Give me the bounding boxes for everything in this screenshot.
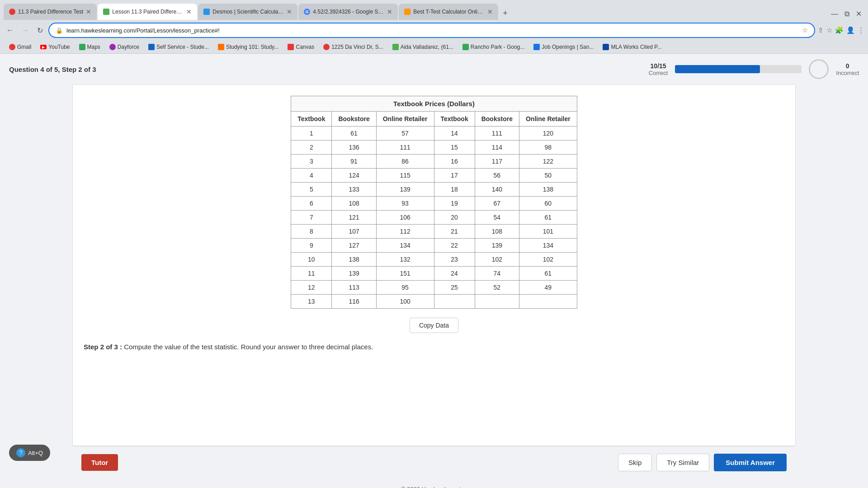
cell-11-0: 12 — [291, 281, 332, 295]
bookmark-youtube[interactable]: ▶ YouTube — [37, 42, 73, 52]
tab-1[interactable]: 11.3 Paired Difference Test ✕ — [4, 4, 97, 20]
bookmark-gmail[interactable]: Gmail — [5, 42, 35, 52]
cell-11-1: 113 — [332, 281, 376, 295]
tab2-favicon — [103, 9, 109, 15]
cell-8-4: 139 — [475, 239, 519, 253]
cell-5-3: 19 — [434, 197, 475, 211]
step-text: Compute the value of the test statistic.… — [124, 343, 373, 351]
bookmark-jobs-label: Job Openings | San... — [542, 44, 594, 50]
cell-2-2: 86 — [376, 155, 434, 169]
progress-section: 10/15 Correct 0 Incorrect — [649, 59, 859, 79]
cell-10-5: 61 — [519, 267, 577, 281]
bookmark-rancho[interactable]: Rancho Park - Goog... — [459, 42, 528, 52]
tab-5[interactable]: Best T-Test Calculator Online (E... ✕ — [399, 4, 498, 20]
extensions-button[interactable]: 🧩 — [835, 26, 844, 34]
jobs-icon — [533, 44, 540, 50]
minimize-button[interactable]: — — [828, 8, 841, 20]
cell-2-0: 3 — [291, 155, 332, 169]
bookmark-dayforce[interactable]: Dayforce — [106, 42, 143, 52]
reload-button[interactable]: ↻ — [34, 24, 46, 37]
table-row: 11139151247461 — [291, 267, 577, 281]
cell-9-4: 102 — [475, 253, 519, 267]
bookmark-gmail-label: Gmail — [17, 44, 31, 50]
help-icon: ? — [16, 448, 25, 457]
floating-help-label: Alt+Q — [28, 450, 43, 456]
tab-2[interactable]: Lesson 11.3 Paired Difference T... ✕ — [98, 4, 197, 20]
tab1-label: 11.3 Paired Difference Test — [18, 9, 83, 15]
cell-0-5: 120 — [519, 127, 577, 141]
cell-1-0: 2 — [291, 141, 332, 155]
try-similar-button[interactable]: Try Similar — [656, 454, 709, 471]
tab2-close[interactable]: ✕ — [186, 8, 192, 15]
tab5-close[interactable]: ✕ — [487, 8, 493, 15]
footer-text: © 2023 Hawkes Learning — [401, 486, 467, 488]
cell-0-0: 1 — [291, 127, 332, 141]
cell-9-5: 102 — [519, 253, 577, 267]
right-actions: Skip Try Similar Submit Answer — [618, 454, 787, 471]
cell-12-1: 116 — [332, 295, 376, 309]
bookmark-mla[interactable]: MLA Works Cited P... — [599, 42, 665, 52]
action-bar: Tutor Skip Try Similar Submit Answer — [72, 446, 796, 479]
back-button[interactable]: ← — [4, 24, 16, 36]
timer-circle — [809, 59, 829, 79]
bookmark-button[interactable]: ☆ — [826, 26, 832, 34]
cell-6-0: 7 — [291, 211, 332, 225]
bookmark-studying[interactable]: Studying 101: Study... — [214, 42, 283, 52]
new-tab-button[interactable]: + — [499, 7, 511, 20]
gmail-icon — [9, 44, 15, 50]
tab3-close[interactable]: ✕ — [287, 8, 292, 15]
table-row: 21361111511498 — [291, 141, 577, 155]
bookmark-mla-label: MLA Works Cited P... — [611, 44, 661, 50]
submit-button[interactable]: Submit Answer — [714, 454, 787, 471]
cell-10-4: 74 — [475, 267, 519, 281]
cell-0-4: 111 — [475, 127, 519, 141]
col-header-6: Online Retailer — [519, 112, 577, 127]
copy-data-button[interactable]: Copy Data — [410, 318, 458, 333]
star-icon[interactable]: ☆ — [802, 26, 808, 34]
bookmark-davinci[interactable]: 1225 Da Vinci Dr, S... — [320, 42, 387, 52]
cell-6-4: 54 — [475, 211, 519, 225]
tutor-button[interactable]: Tutor — [81, 454, 118, 471]
profile-button[interactable]: 👤 — [846, 26, 855, 34]
cell-7-2: 112 — [376, 225, 434, 239]
close-window-button[interactable]: ✕ — [853, 8, 864, 20]
score-value: 10/15 — [649, 62, 668, 70]
main-content: Textbook Prices (Dollars) Textbook Books… — [72, 84, 796, 446]
data-table: Textbook Prices (Dollars) Textbook Books… — [291, 96, 577, 309]
bookmark-jobs[interactable]: Job Openings | San... — [530, 42, 597, 52]
floating-help[interactable]: ? Alt+Q — [9, 445, 50, 461]
tab2-label: Lesson 11.3 Paired Difference T... — [112, 9, 184, 15]
address-bar[interactable]: 🔒 learn.hawkeslearning.com/Portal/Lesson… — [48, 23, 815, 38]
forward-button[interactable]: → — [19, 24, 32, 36]
tab-4[interactable]: G 4.52/2.3924326 - Google Search ✕ — [298, 4, 398, 20]
bookmark-maps[interactable]: Maps — [75, 42, 104, 52]
cell-4-3: 18 — [434, 183, 475, 197]
tab4-close[interactable]: ✕ — [387, 8, 392, 15]
share-button[interactable]: ⇧ — [818, 26, 824, 34]
table-row: 1013813223102102 — [291, 253, 577, 267]
cell-5-1: 108 — [332, 197, 376, 211]
table-row: 4124115175650 — [291, 169, 577, 183]
cell-0-3: 14 — [434, 127, 475, 141]
cell-12-4 — [475, 295, 519, 309]
col-header-3: Online Retailer — [376, 112, 434, 127]
cell-8-0: 9 — [291, 239, 332, 253]
cell-11-4: 52 — [475, 281, 519, 295]
bookmark-maps-label: Maps — [87, 44, 100, 50]
skip-button[interactable]: Skip — [618, 454, 652, 471]
bookmark-aida[interactable]: Aida Valladarez, (61... — [389, 42, 457, 52]
table-row: 513313918140138 — [291, 183, 577, 197]
restore-button[interactable]: ⧉ — [842, 8, 852, 20]
menu-button[interactable]: ⋮ — [858, 26, 864, 34]
bookmark-canvas[interactable]: Canvas — [284, 42, 318, 52]
cell-2-5: 122 — [519, 155, 577, 169]
rancho-icon — [462, 44, 469, 50]
studying-icon — [218, 44, 224, 50]
cell-4-4: 140 — [475, 183, 519, 197]
tab-3[interactable]: Desmos | Scientific Calculator ✕ — [198, 4, 297, 20]
tab1-close[interactable]: ✕ — [86, 8, 91, 15]
cell-8-3: 22 — [434, 239, 475, 253]
bookmark-selfservice[interactable]: Self Service - Stude... — [145, 42, 212, 52]
table-row: 1211395255249 — [291, 281, 577, 295]
cell-6-3: 20 — [434, 211, 475, 225]
